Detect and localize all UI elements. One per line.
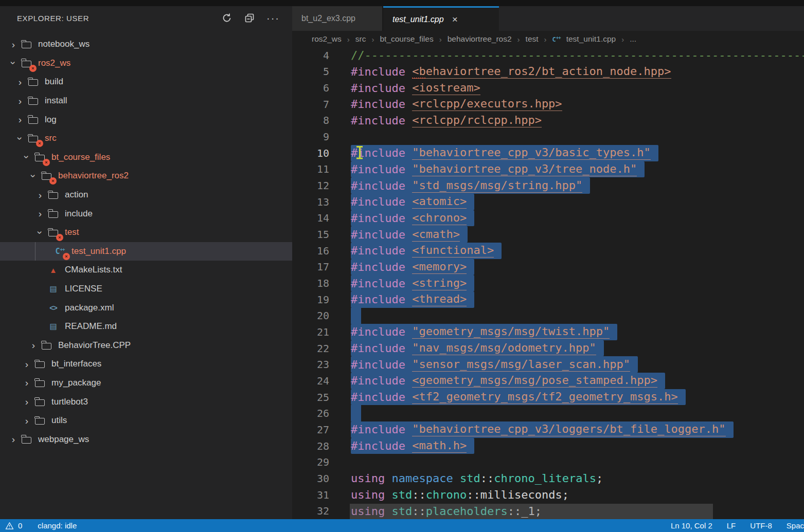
- code-text: #include <rclcpp/rclcpp.hpp>: [351, 113, 542, 129]
- tree-item-install[interactable]: ›install: [0, 91, 292, 111]
- chevron-right-icon[interactable]: ›: [21, 378, 33, 388]
- breadcrumb-item-ros2_ws[interactable]: ros2_ws: [312, 34, 342, 44]
- tree-item-my_package[interactable]: ›my_package: [0, 374, 292, 393]
- chevron-down-icon[interactable]: ›: [29, 170, 39, 182]
- line-number: 21: [292, 326, 329, 338]
- folder-icon: [33, 377, 47, 389]
- code-line-14: 14#include <chrono>: [292, 210, 804, 227]
- code-text: #include <rclcpp/executors.hpp>: [351, 96, 562, 113]
- close-icon[interactable]: ×: [452, 14, 458, 24]
- selection-block: [351, 308, 361, 324]
- chevron-right-icon[interactable]: ›: [21, 397, 33, 407]
- chevron-right-icon[interactable]: ›: [14, 96, 26, 106]
- breadcrumb-item-behaviortree_ros2[interactable]: behaviortree_ros2: [448, 34, 512, 44]
- code-line-7: 7#include <rclcpp/executors.hpp>: [292, 96, 804, 113]
- tree-item-package.xml[interactable]: <>package.xml: [0, 298, 292, 317]
- tree-item-utils[interactable]: ›utils: [0, 411, 292, 430]
- tab-test_unit1[interactable]: test_unit1.cpp ×: [383, 6, 499, 31]
- tree-item-bt_interfaces[interactable]: ›bt_interfaces: [0, 355, 292, 374]
- tree-item-src[interactable]: ›×src: [0, 129, 292, 148]
- token-kw: #include: [351, 342, 405, 355]
- warning-count[interactable]: 0: [18, 521, 22, 530]
- chevron-right-icon[interactable]: ›: [34, 209, 46, 218]
- chevron-right-icon[interactable]: ›: [21, 359, 33, 369]
- chevron-right-icon[interactable]: ›: [34, 190, 46, 200]
- chevron-down-icon[interactable]: ›: [15, 132, 25, 144]
- tree-item-build[interactable]: ›build: [0, 72, 292, 91]
- tree-item-notebook_ws[interactable]: ›notebook_ws: [0, 35, 292, 54]
- tree-item-label: webpage_ws: [38, 434, 89, 445]
- tree-item-CMakeLists.txt[interactable]: ▲CMakeLists.txt: [0, 261, 292, 280]
- tree-item-BehaviorTree.CPP[interactable]: ›BehaviorTree.CPP: [0, 336, 292, 355]
- tree-item-include[interactable]: ›include: [0, 204, 292, 223]
- tree-item-label: bt_interfaces: [51, 359, 101, 369]
- token-pl: [405, 114, 412, 127]
- chevron-right-icon[interactable]: ›: [7, 40, 20, 49]
- token-pl: [405, 228, 412, 241]
- token-st: <tf2_geometry_msgs/tf2_geometry_msgs.h>: [412, 390, 678, 404]
- horizontal-scrollbar[interactable]: [350, 504, 713, 519]
- line-number: 8: [292, 114, 329, 126]
- cpp-file-icon: C++×: [53, 245, 67, 258]
- token-st: <chrono>: [412, 211, 467, 225]
- tree-item-bt_course_files[interactable]: ›×bt_course_files: [0, 148, 292, 167]
- chevron-right-icon[interactable]: ›: [21, 416, 33, 426]
- tree-item-ros2_ws[interactable]: ›×ros2_ws: [0, 54, 292, 73]
- tree-item-behaviortree_ros2[interactable]: ›×behaviortree_ros2: [0, 167, 292, 186]
- tree-item-label: README.md: [65, 321, 117, 332]
- tree-item-action[interactable]: ›action: [0, 186, 292, 205]
- code-line-29: 29: [292, 454, 804, 470]
- chevron-down-icon[interactable]: ›: [9, 57, 19, 69]
- tree-item-label: ros2_ws: [38, 58, 70, 68]
- tree-item-label: action: [65, 190, 88, 200]
- breadcrumb-separator: ›: [347, 35, 350, 44]
- breadcrumb-item-src[interactable]: src: [355, 34, 366, 44]
- indentation-indicator[interactable]: Spac: [787, 521, 804, 530]
- collapse-folders-icon[interactable]: [244, 12, 255, 24]
- warning-icon[interactable]: [5, 522, 14, 530]
- token-pl: ::: [480, 472, 494, 485]
- tab-bt_u2_ex3[interactable]: bt_u2_ex3.cpp: [292, 6, 383, 31]
- chevron-right-icon[interactable]: ›: [14, 77, 26, 87]
- folder-icon: ×: [26, 132, 40, 144]
- chevron-right-icon[interactable]: ›: [14, 115, 26, 124]
- chevron-down-icon[interactable]: ›: [35, 226, 45, 239]
- code-editor[interactable]: 4//-------------------------------------…: [292, 47, 804, 519]
- code-line-24: 24#include <geometry_msgs/msg/pose_stamp…: [292, 373, 804, 389]
- token-kw: #include: [351, 212, 405, 225]
- code-line-9: 9: [292, 129, 804, 145]
- tree-item-test[interactable]: ›×test: [0, 223, 292, 242]
- token-pl: ;: [562, 488, 569, 501]
- chevron-right-icon[interactable]: ›: [7, 434, 20, 444]
- encoding-indicator[interactable]: UTF-8: [750, 521, 772, 530]
- tree-item-README.md[interactable]: ▤README.md: [0, 317, 292, 336]
- tree-item-webpage_ws[interactable]: ›webpage_ws: [0, 430, 292, 449]
- tree-item-log[interactable]: ›log: [0, 110, 292, 129]
- code-text: //--------------------------------------…: [351, 47, 804, 64]
- tree-item-test_unit1.cpp[interactable]: C++×test_unit1.cpp: [0, 242, 292, 261]
- tab-label: test_unit1.cpp: [392, 15, 444, 24]
- cursor-position[interactable]: Ln 10, Col 2: [671, 521, 712, 530]
- line-number: 12: [292, 179, 329, 192]
- breadcrumb-item-bt_course_files[interactable]: bt_course_files: [380, 34, 433, 44]
- token-st: <thread>: [412, 292, 467, 306]
- code-text: #include "std_msgs/msg/string.hpp": [351, 177, 590, 194]
- tree-item-LICENSE[interactable]: ▤LICENSE: [0, 280, 292, 299]
- tree-item-turtlebot3[interactable]: ›turtlebot3: [0, 392, 292, 411]
- clangd-status[interactable]: clangd: idle: [38, 521, 77, 530]
- code-text: #include "behaviortree_cpp_v3/basic_type…: [351, 145, 658, 161]
- code-text: #include <memory>: [351, 259, 474, 276]
- code-text: #include <string>: [351, 275, 474, 291]
- token-st: <rclcpp/executors.hpp>: [412, 97, 562, 111]
- line-number: 22: [292, 342, 329, 355]
- line-number: 25: [292, 391, 329, 403]
- token-st: "behaviortree_cpp_v3/basic_types.h": [412, 146, 651, 160]
- chevron-right-icon[interactable]: ›: [27, 340, 40, 350]
- breadcrumb-trailing[interactable]: ...: [630, 34, 636, 44]
- breadcrumb-item-file[interactable]: test_unit1.cpp: [566, 34, 616, 44]
- breadcrumb-item-test[interactable]: test: [526, 34, 539, 44]
- chevron-down-icon[interactable]: ›: [22, 151, 32, 163]
- status-right: Ln 10, Col 2 LF UTF-8 Spac: [671, 521, 804, 530]
- refresh-icon[interactable]: [221, 12, 233, 24]
- eol-indicator[interactable]: LF: [727, 521, 736, 530]
